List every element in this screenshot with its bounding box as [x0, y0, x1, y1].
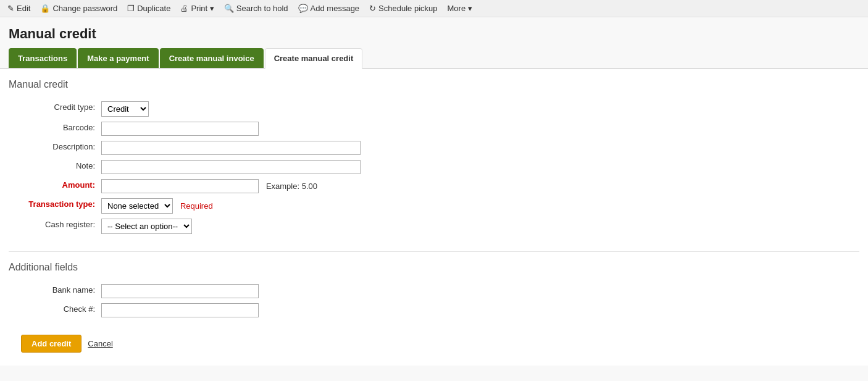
- amount-row: Amount: Example: 5.00: [21, 177, 361, 196]
- page-title: Manual credit: [0, 17, 868, 48]
- change-password-label: Change password: [52, 4, 117, 13]
- edit-icon: ✎: [7, 4, 14, 13]
- lock-icon: 🔒: [40, 4, 50, 13]
- tab-bar: Transactions Make a payment Create manua…: [0, 48, 868, 69]
- tab-transactions[interactable]: Transactions: [9, 48, 77, 68]
- add-credit-button[interactable]: Add credit: [21, 335, 81, 353]
- check-number-row: Check #:: [21, 301, 259, 320]
- bank-name-row: Bank name:: [21, 282, 259, 301]
- duplicate-button[interactable]: ❐ Duplicate: [127, 4, 170, 13]
- manual-credit-section: Manual credit Credit type: Credit Writeo…: [9, 79, 859, 237]
- description-row: Description:: [21, 138, 361, 157]
- note-field: [101, 157, 361, 177]
- edit-label: Edit: [17, 4, 30, 13]
- amount-input[interactable]: [101, 179, 259, 193]
- check-number-label: Check #:: [21, 301, 101, 320]
- bank-name-label: Bank name:: [21, 282, 101, 301]
- transaction-type-label: Transaction type:: [21, 196, 101, 216]
- tab-create-invoice[interactable]: Create manual invoice: [160, 48, 264, 68]
- tab-create-credit[interactable]: Create manual credit: [265, 48, 363, 69]
- manual-credit-form: Credit type: Credit Writeoff Barcode: De…: [21, 99, 361, 237]
- transaction-type-select[interactable]: None selected: [101, 198, 173, 214]
- required-text: Required: [180, 201, 213, 211]
- add-message-label: Add message: [311, 4, 360, 13]
- print-icon: 🖨: [180, 4, 188, 13]
- credit-type-select[interactable]: Credit Writeoff: [101, 101, 149, 117]
- cancel-button[interactable]: Cancel: [88, 339, 112, 348]
- message-icon: 💬: [298, 4, 308, 13]
- note-row: Note:: [21, 157, 361, 177]
- manual-credit-section-title: Manual credit: [9, 79, 859, 90]
- barcode-input[interactable]: [101, 122, 259, 136]
- barcode-label: Barcode:: [21, 119, 101, 138]
- additional-fields-section: Additional fields Bank name: Check #:: [9, 262, 859, 320]
- additional-fields-title: Additional fields: [9, 262, 859, 273]
- toolbar: ✎ Edit 🔒 Change password ❐ Duplicate 🖨 P…: [0, 0, 868, 17]
- additional-fields-form: Bank name: Check #:: [21, 282, 259, 320]
- schedule-icon: ↻: [369, 4, 376, 13]
- cash-register-row: Cash register: -- Select an option--: [21, 216, 361, 237]
- amount-field: Example: 5.00: [101, 177, 361, 196]
- transaction-type-row: Transaction type: None selected Required: [21, 196, 361, 216]
- check-number-input[interactable]: [101, 303, 259, 317]
- note-label: Note:: [21, 157, 101, 177]
- more-label: More ▾: [448, 4, 472, 13]
- section-divider: [9, 251, 859, 252]
- cash-register-field: -- Select an option--: [101, 216, 361, 237]
- barcode-field: [101, 119, 361, 138]
- amount-label: Amount:: [21, 177, 101, 196]
- more-button[interactable]: More ▾: [448, 4, 472, 13]
- search-hold-button[interactable]: 🔍 Search to hold: [224, 4, 288, 13]
- cash-register-select[interactable]: -- Select an option--: [101, 219, 192, 234]
- tab-make-payment[interactable]: Make a payment: [78, 48, 158, 68]
- search-hold-label: Search to hold: [236, 4, 288, 13]
- credit-type-label: Credit type:: [21, 99, 101, 119]
- print-button[interactable]: 🖨 Print ▾: [180, 4, 214, 13]
- barcode-row: Barcode:: [21, 119, 361, 138]
- credit-type-field: Credit Writeoff: [101, 99, 361, 119]
- duplicate-label: Duplicate: [137, 4, 170, 13]
- description-input[interactable]: [101, 141, 361, 155]
- schedule-pickup-button[interactable]: ↻ Schedule pickup: [369, 4, 437, 13]
- description-label: Description:: [21, 138, 101, 157]
- action-buttons: Add credit Cancel: [21, 335, 859, 353]
- main-content: Manual credit Credit type: Credit Writeo…: [0, 69, 868, 366]
- check-number-field: [101, 301, 259, 320]
- edit-button[interactable]: ✎ Edit: [7, 4, 30, 13]
- print-label: Print ▾: [191, 4, 214, 13]
- bank-name-input[interactable]: [101, 284, 259, 298]
- add-message-button[interactable]: 💬 Add message: [298, 4, 360, 13]
- note-input[interactable]: [101, 160, 361, 174]
- search-icon: 🔍: [224, 4, 234, 13]
- duplicate-icon: ❐: [127, 4, 135, 13]
- bank-name-field: [101, 282, 259, 301]
- cash-register-label: Cash register:: [21, 216, 101, 237]
- credit-type-row: Credit type: Credit Writeoff: [21, 99, 361, 119]
- transaction-type-field: None selected Required: [101, 196, 361, 216]
- change-password-button[interactable]: 🔒 Change password: [40, 4, 117, 13]
- schedule-pickup-label: Schedule pickup: [378, 4, 437, 13]
- description-field: [101, 138, 361, 157]
- amount-example: Example: 5.00: [266, 182, 317, 191]
